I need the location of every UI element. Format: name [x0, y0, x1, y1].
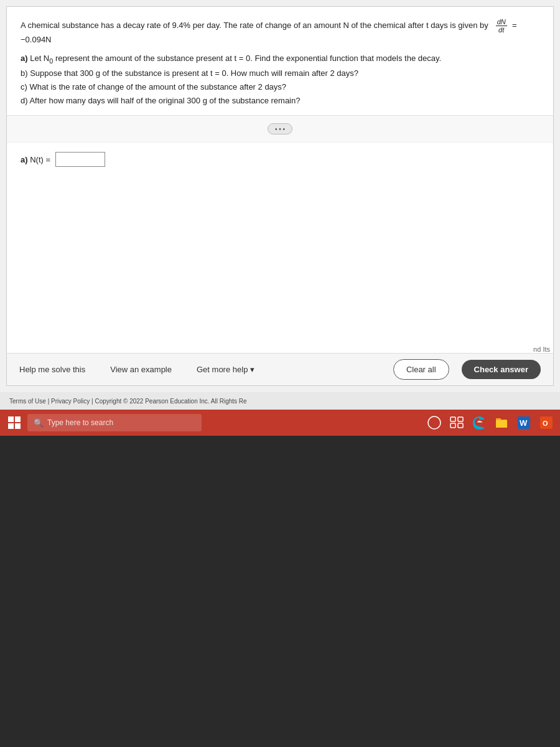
svg-text:O: O: [543, 420, 548, 427]
answer-section: a) N(t) =: [7, 143, 553, 176]
problem-area: A chemical substance has a decay rate of…: [7, 7, 553, 116]
sub-questions: a) Let N0 represent the amount of the su…: [21, 52, 539, 108]
part-d: d) After how many days will half of the …: [21, 94, 539, 108]
part-c: c) What is the rate of change of the amo…: [21, 80, 539, 94]
svg-text:W: W: [520, 418, 528, 428]
bottom-toolbar: Help me solve this View an example Get m…: [7, 353, 553, 385]
part-a: a) Let N0 represent the amount of the su…: [21, 52, 539, 67]
svg-rect-5: [450, 417, 455, 421]
problem-intro: A chemical substance has a decay rate of…: [21, 18, 539, 47]
taskbar: 🔍 Type here to search: [0, 410, 560, 436]
system-icon[interactable]: O: [538, 414, 555, 431]
svg-rect-6: [458, 417, 463, 421]
svg-point-4: [428, 416, 441, 429]
laptop-body: ESC F1 F2 F3 F4 F5 F6 F7 F8 F9 F10 F11 F…: [0, 436, 560, 747]
file-explorer-icon[interactable]: [493, 414, 510, 431]
taskbar-search-bar[interactable]: 🔍 Type here to search: [27, 414, 202, 431]
edge-browser-icon[interactable]: [470, 414, 488, 431]
svg-rect-11: [496, 420, 507, 428]
help-me-solve-link[interactable]: Help me solve this: [19, 365, 85, 374]
svg-rect-7: [450, 423, 455, 428]
task-view-icon[interactable]: [448, 414, 465, 431]
footer-bar: Terms of Use | Privacy Policy | Copyrigh…: [0, 392, 560, 410]
expand-button[interactable]: • • •: [268, 123, 292, 134]
answer-label: a) N(t) =: [21, 152, 539, 167]
problem-header: A chemical substance has a decay rate of…: [21, 18, 539, 47]
part-b: b) Suppose that 300 g of the substance i…: [21, 67, 539, 80]
ind-text: nd Its: [533, 345, 550, 353]
content-window: A chemical substance has a decay rate of…: [6, 6, 554, 386]
get-more-help-link[interactable]: Get more help ▾: [197, 365, 254, 374]
clear-all-button[interactable]: Clear all: [393, 359, 449, 380]
check-answer-button[interactable]: Check answer: [462, 360, 541, 379]
windows-start-button[interactable]: [5, 413, 24, 432]
svg-rect-0: [8, 416, 14, 422]
taskbar-search-text: Type here to search: [47, 418, 113, 427]
svg-rect-3: [15, 423, 21, 429]
taskbar-icons: W O: [426, 414, 555, 431]
fraction-dN-dt: dN dt: [496, 18, 507, 34]
windows-logo-icon: [8, 416, 21, 429]
view-example-link[interactable]: View an example: [110, 365, 172, 374]
answer-input[interactable]: [55, 152, 105, 167]
svg-rect-8: [458, 423, 463, 428]
cortana-icon[interactable]: [426, 414, 443, 431]
screen-area: A chemical substance has a decay rate of…: [0, 0, 560, 411]
taskbar-search-icon: 🔍: [34, 418, 44, 428]
svg-rect-2: [8, 423, 14, 429]
main-workspace: [7, 176, 553, 375]
word-icon[interactable]: W: [515, 414, 533, 431]
svg-rect-1: [15, 416, 21, 422]
